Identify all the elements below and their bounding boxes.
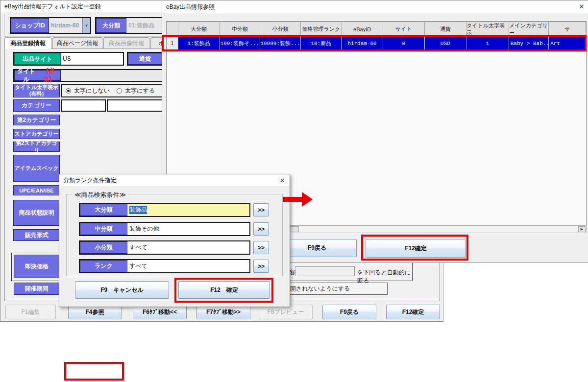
dropdown-arrow-icon[interactable]: ▼ bbox=[82, 18, 90, 33]
search-criteria-title: ≪商品検索条件≫ bbox=[73, 191, 128, 199]
tab-product-page[interactable]: 商品ページ情報 bbox=[52, 37, 102, 48]
major-category-label: 大分類 bbox=[96, 18, 126, 33]
offer-auto-accept-input[interactable] bbox=[295, 266, 355, 276]
sales-format-label: 販売形式 bbox=[13, 229, 60, 241]
highlight-box-reference-f12 bbox=[361, 235, 468, 261]
radio-bold-on-label: 太字にする bbox=[125, 87, 155, 95]
required-badge: 【必須】 bbox=[38, 67, 60, 84]
shop-id-field[interactable]: hirdam-60 bbox=[49, 18, 82, 33]
f1-edit-button[interactable]: F1編集 bbox=[5, 305, 56, 319]
title-label: タイトル【必須】 bbox=[14, 70, 61, 81]
dialog-major-category-picker-button[interactable]: >> bbox=[253, 203, 269, 216]
shop-id-label: ショップID bbox=[11, 18, 49, 33]
item-spec-label: アイテムスペック bbox=[13, 155, 60, 182]
highlight-box-f4-reference bbox=[64, 362, 124, 381]
category2-label: 第2カテゴリー bbox=[13, 115, 60, 125]
dialog-rank-label: ランク bbox=[80, 260, 127, 272]
highlight-box-dialog-f12 bbox=[174, 278, 273, 303]
dialog-major-category-label: 大分類 bbox=[80, 204, 127, 216]
dialog-rank-row: ランク すべて bbox=[79, 259, 250, 273]
dialog-minor-category-picker-button[interactable]: >> bbox=[253, 241, 269, 254]
store-category-label: ストアカテゴリー bbox=[13, 129, 60, 139]
dialog-middle-category-picker-button[interactable]: >> bbox=[253, 222, 269, 236]
upc-label: UPC/EAN/ISE bbox=[13, 185, 60, 195]
site-label: 出品サイト bbox=[14, 53, 61, 65]
category-label: カテゴリー bbox=[13, 99, 60, 112]
site-input[interactable]: US bbox=[61, 53, 123, 65]
close-icon[interactable]: ✕ bbox=[577, 2, 587, 11]
category-input-1[interactable] bbox=[61, 99, 106, 112]
condition-label: 商品状態説明 bbox=[13, 200, 60, 226]
dialog-title: 分類ランク条件指定 bbox=[63, 176, 117, 185]
tab-product-images[interactable]: 商品画像情報 bbox=[103, 37, 149, 48]
dialog-titlebar: 分類ランク条件指定 bbox=[59, 174, 290, 186]
red-arrow-icon bbox=[282, 191, 314, 208]
currency-label: 通貨 bbox=[128, 53, 162, 65]
tab-product-registration[interactable]: 商品登録情報 bbox=[4, 37, 51, 49]
page-title: eBay出品情報デフォルト設定ー登録 bbox=[4, 2, 101, 11]
bold-title-label: タイトル太字表示 (有料) bbox=[13, 84, 60, 97]
dialog-middle-category-label: 中分類 bbox=[80, 223, 127, 235]
f9-back-button[interactable]: F9戻る bbox=[322, 305, 376, 319]
dialog-minor-category-input[interactable]: すべて bbox=[127, 241, 249, 254]
dialog-major-category-row: 大分類 装飾品 bbox=[79, 203, 250, 217]
dialog-minor-category-label: 小分類 bbox=[80, 241, 127, 254]
window-listing-reference-titlebar: eBay出品情報参照 bbox=[162, 0, 588, 13]
reference-window-title: eBay出品情報参照 bbox=[166, 3, 215, 11]
site-row: 出品サイト US bbox=[13, 52, 124, 66]
bold-title-options: 太字にしない 太字にする bbox=[61, 84, 165, 97]
radio-bold-off-label: 太字にしない bbox=[74, 87, 110, 95]
fixed-price-label: 即決価格 bbox=[14, 255, 60, 278]
duration-label: 開催期間 bbox=[14, 283, 59, 295]
dialog-f9-cancel-button[interactable]: F9 キャンセル bbox=[75, 281, 169, 299]
radio-bold-off[interactable] bbox=[66, 88, 71, 94]
dialog-major-category-input[interactable]: 装飾品 bbox=[127, 204, 249, 216]
scroll-right-icon[interactable]: ▶ bbox=[578, 226, 586, 232]
dialog-minor-category-row: 小分類 すべて bbox=[79, 240, 250, 255]
dialog-middle-category-row: 中分類 装飾その他 bbox=[79, 222, 250, 236]
dialog-rank-picker-button[interactable]: >> bbox=[253, 260, 269, 273]
store-category2-label: 第2ストアカテゴリ bbox=[13, 142, 60, 152]
highlight-box-table-row bbox=[162, 35, 587, 51]
shop-id-group: ショップID hirdam-60 ▼ bbox=[10, 17, 91, 34]
dialog-close-icon[interactable]: ✕ bbox=[277, 176, 287, 185]
f12-confirm-button[interactable]: F12確定 bbox=[386, 305, 440, 319]
radio-bold-on[interactable] bbox=[117, 88, 122, 94]
dialog-rank-input[interactable]: すべて bbox=[127, 260, 249, 272]
dialog-middle-category-input[interactable]: 装飾その他 bbox=[127, 223, 249, 235]
